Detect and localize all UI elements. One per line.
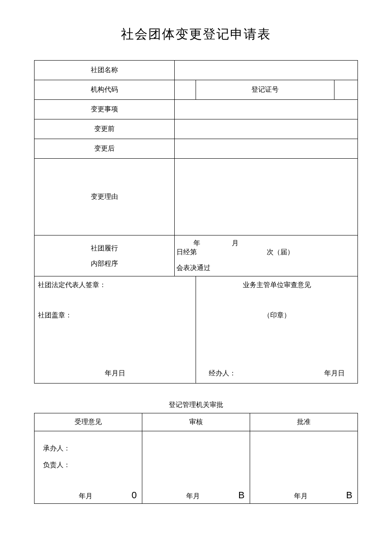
approval-table: 受理意见 审核 批准 承办人： 负责人： 年月 0 年月 B 年月 B — [34, 413, 358, 504]
header-review: 审核 — [142, 413, 250, 431]
review-cell[interactable]: 年月 B — [142, 431, 250, 504]
accept-ym: 年月 — [40, 492, 132, 501]
label-reason: 变更理由 — [35, 159, 175, 235]
value-change-item[interactable] — [174, 100, 357, 119]
value-reason[interactable] — [174, 159, 357, 235]
review-ym: 年月 — [147, 492, 238, 501]
page-title: 社会团体变更登记申请表 — [34, 26, 358, 43]
approve-marker: B — [346, 490, 352, 501]
review-marker: B — [238, 490, 245, 501]
proc-month: 月 — [232, 239, 239, 248]
accept-cell[interactable]: 承办人： 负责人： 年月 0 — [35, 431, 142, 504]
label-org-name: 社团名称 — [35, 61, 175, 80]
approve-ym: 年月 — [255, 492, 346, 501]
label-change-item: 变更事项 — [35, 100, 175, 119]
legal-rep-sign-label: 社团法定代表人签章： — [38, 281, 192, 290]
accept-marker: 0 — [132, 490, 137, 501]
label-after: 变更后 — [35, 139, 175, 159]
label-procedure: 社团履行 内部程序 — [35, 235, 175, 276]
proc-year: 年 — [193, 239, 200, 248]
proc-ci: 次（届） — [267, 248, 294, 257]
supervisor-review-label: 业务主管单位审查意见 — [199, 281, 354, 290]
seal-text: （印章） — [199, 311, 354, 320]
label-org-code: 机构代码 — [35, 80, 175, 100]
sign-right-date: 年月日 — [324, 369, 345, 378]
label-before: 变更前 — [35, 119, 175, 139]
procedure-line1[interactable]: 年 月 日经第 次（届） — [174, 235, 357, 261]
legal-rep-sign-box[interactable]: 社团法定代表人签章： 社团盖章： 年月日 — [35, 276, 196, 383]
org-seal-label: 社团盖章： — [38, 311, 192, 320]
value-before[interactable] — [174, 119, 357, 139]
procedure-line2: 会表决通过 — [174, 260, 357, 276]
header-accept: 受理意见 — [35, 413, 142, 431]
supervisor-review-box[interactable]: 业务主管单位审查意见 （印章） 经办人： 年月日 — [196, 276, 357, 383]
sign-left-date: 年月日 — [35, 369, 196, 378]
header-approve: 批准 — [250, 413, 358, 431]
value-after[interactable] — [174, 139, 357, 159]
accept-responsible-label: 负责人： — [43, 461, 133, 470]
value-reg-no[interactable] — [334, 80, 357, 100]
main-form-table: 社团名称 机构代码 登记证号 变更事项 变更前 变更后 变更理由 社团履行 内部… — [34, 60, 358, 384]
label-reg-no: 登记证号 — [196, 80, 334, 100]
proc-day: 日经第 — [176, 248, 197, 257]
approval-subtitle: 登记管理机关审批 — [34, 401, 358, 410]
accept-handler-label: 承办人： — [43, 444, 133, 453]
label-proc-line2: 内部程序 — [38, 256, 171, 271]
label-proc-line1: 社团履行 — [38, 241, 171, 256]
value-org-code[interactable] — [174, 80, 196, 100]
value-org-name[interactable] — [174, 61, 357, 80]
handler-label: 经办人： — [209, 369, 236, 378]
approve-cell[interactable]: 年月 B — [250, 431, 358, 504]
